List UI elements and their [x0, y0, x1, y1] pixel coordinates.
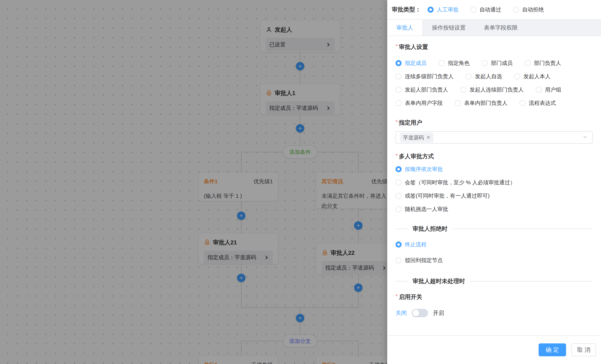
radio-indicator [536, 87, 542, 93]
enable-switch-label: 启用开关 [399, 294, 422, 300]
required-asterisk: * [396, 152, 398, 159]
confirm-button[interactable]: 确 定 [539, 344, 566, 356]
radio-multi-level-dept-leader[interactable]: 连续多级部门负责人 [396, 73, 454, 80]
radio-indicator [513, 7, 519, 13]
radio-label: 连续多级部门负责人 [405, 73, 454, 80]
radio-indicator [470, 7, 476, 13]
radio-user-group[interactable]: 用户组 [536, 86, 561, 93]
tab-form-field-permissions[interactable]: 表单字段权限 [475, 20, 527, 36]
multi-approve-label: 多人审批方式 [399, 153, 434, 160]
radio-indicator [396, 73, 401, 80]
radio-sequential-approve[interactable]: 按顺序依次审批 [396, 162, 593, 176]
radio-label: 部门成员 [491, 60, 513, 67]
switch-on-label: 开启 [433, 309, 444, 317]
tab-label: 表单字段权限 [484, 24, 518, 31]
radio-form-user-field[interactable]: 表单内用户字段 [396, 100, 443, 107]
timeout-section-title: 审批人超时未处理时 [413, 277, 465, 285]
switch-off-label: 关闭 [396, 309, 407, 317]
tab-label: 审批人 [396, 24, 413, 31]
radio-process-expression[interactable]: 流程表达式 [520, 100, 556, 107]
workflow-designer-screen: 发起人 已设置 审批人1 指定成员：芋道源码 添加条件 [0, 0, 601, 364]
timeout-section-divider: 审批人超时未处理时 [396, 277, 593, 285]
radio-indicator [396, 87, 401, 93]
radio-dept-member[interactable]: 部门成员 [482, 60, 513, 67]
tag-remove-icon[interactable]: ✕ [426, 135, 431, 140]
reject-section-divider: 审批人拒绝时 [396, 225, 593, 233]
radio-assign-role[interactable]: 指定角色 [439, 60, 470, 67]
reject-section-title: 审批人拒绝时 [413, 225, 448, 233]
switch-knob [413, 310, 419, 316]
radio-indicator [455, 100, 461, 106]
required-asterisk: * [396, 293, 398, 299]
radio-terminate-process[interactable]: 终止流程 [396, 238, 593, 251]
radio-manual-approval[interactable]: 人工审批 [428, 6, 459, 13]
assign-user-label: 指定用户 [399, 119, 422, 126]
select-arrow [582, 134, 588, 141]
assign-user-select[interactable]: 芋道源码 ✕ [396, 131, 593, 144]
approval-type-label: 审批类型： [392, 6, 421, 13]
radio-label: 发起人连续部门负责人 [470, 86, 524, 93]
radio-indicator [428, 7, 434, 13]
radio-random-one[interactable]: 随机挑选一人审批 [396, 202, 593, 216]
radio-indicator [396, 60, 401, 66]
radio-label: 用户组 [545, 86, 561, 93]
radio-label: 自动拒绝 [522, 6, 544, 13]
radio-indicator [439, 60, 445, 66]
radio-indicator [396, 257, 401, 263]
radio-label: 驳回到指定节点 [405, 257, 443, 264]
tab-approver[interactable]: 审批人 [387, 20, 423, 36]
radio-label: 或签(可同时审批，有一人通过即可) [405, 192, 490, 200]
radio-indicator [396, 180, 401, 185]
radio-return-to-node[interactable]: 驳回到指定节点 [396, 253, 593, 267]
radio-assign-member[interactable]: 指定成员 [396, 60, 427, 67]
required-asterisk: * [396, 119, 398, 125]
radio-label: 指定成员 [405, 60, 427, 67]
radio-indicator [396, 242, 401, 248]
radio-label: 指定角色 [448, 60, 470, 67]
radio-initiator-dept-leader[interactable]: 发起人部门负责人 [396, 86, 448, 93]
radio-label: 部门负责人 [534, 60, 561, 67]
radio-initiator-self[interactable]: 发起人本人 [514, 73, 551, 80]
radio-dept-leader[interactable]: 部门负责人 [525, 60, 561, 67]
radio-label: 表单内用户字段 [405, 100, 443, 107]
drawer-body[interactable]: *审批人设置 指定成员 指定角色 部门成员 部门负责人 连续多级部门负责人 发起… [387, 36, 601, 323]
radio-orsign[interactable]: 或签(可同时审批，有一人通过即可) [396, 189, 593, 202]
approval-settings-drawer: 审批类型： 人工审批 自动通过 自动拒绝 审批人 操作按钮设置 表单字段权限 *… [387, 0, 601, 364]
radio-label: 自动通过 [480, 6, 501, 13]
radio-label: 发起人部门负责人 [405, 86, 448, 93]
radio-auto-reject[interactable]: 自动拒绝 [513, 6, 544, 13]
timeout-enable-switch[interactable] [412, 309, 428, 317]
tab-action-buttons[interactable]: 操作按钮设置 [423, 20, 475, 36]
approver-setting-label: 审批人设置 [399, 44, 428, 50]
radio-label: 表单内部门负责人 [464, 100, 507, 107]
radio-initiator-multi-dept-leader[interactable]: 发起人连续部门负责人 [460, 86, 524, 93]
radio-label: 发起人本人 [523, 73, 551, 80]
radio-label: 流程表达式 [529, 100, 556, 107]
radio-label: 发起人自选 [475, 73, 502, 80]
radio-indicator [466, 73, 472, 80]
radio-indicator [514, 73, 520, 80]
radio-label: 终止流程 [405, 241, 427, 248]
cancel-button[interactable]: 取 消 [571, 344, 596, 356]
radio-indicator [396, 193, 401, 199]
radio-countersign[interactable]: 会签（可同时审批，至少 % 人必须审批通过） [396, 176, 593, 189]
radio-indicator [482, 60, 488, 66]
radio-initiator-choose[interactable]: 发起人自选 [466, 73, 502, 80]
drawer-footer: 确 定 取 消 [387, 335, 601, 364]
radio-label: 随机挑选一人审批 [405, 205, 448, 213]
radio-form-dept-leader[interactable]: 表单内部门负责人 [455, 100, 507, 107]
modal-overlay[interactable] [0, 0, 387, 364]
chevron-down-icon [582, 134, 588, 140]
radio-label: 会签（可同时审批，至少 % 人必须审批通过） [405, 179, 516, 186]
flow-canvas[interactable]: 发起人 已设置 审批人1 指定成员：芋道源码 添加条件 [0, 0, 387, 364]
radio-indicator [396, 166, 401, 172]
settings-tabs: 审批人 操作按钮设置 表单字段权限 [387, 19, 601, 36]
tab-label: 操作按钮设置 [432, 24, 466, 31]
user-tag: 芋道源码 ✕ [400, 132, 433, 143]
radio-indicator [460, 87, 466, 93]
radio-indicator [396, 100, 401, 106]
required-asterisk: * [396, 43, 398, 49]
radio-label: 按顺序依次审批 [405, 166, 443, 173]
radio-auto-approve[interactable]: 自动通过 [470, 6, 501, 13]
user-tag-label: 芋道源码 [403, 134, 424, 141]
